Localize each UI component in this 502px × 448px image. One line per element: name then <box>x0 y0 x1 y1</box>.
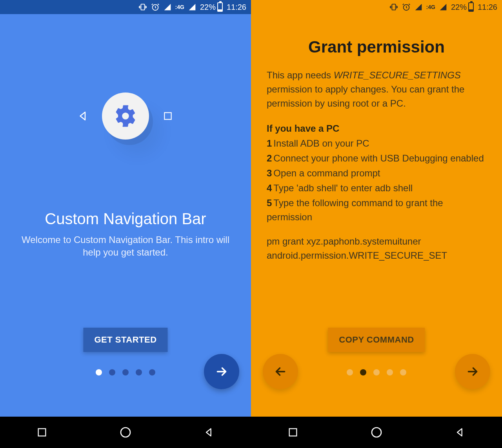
page-indicator <box>96 369 155 375</box>
svg-rect-7 <box>289 429 296 436</box>
svg-rect-2 <box>164 112 171 119</box>
page-indicator <box>347 369 406 375</box>
battery-percent: 22% <box>200 3 216 12</box>
step-1: 1Install ADB on your PC <box>267 136 486 151</box>
command-text: pm grant xyz.paphonb.systemuituner andro… <box>267 234 486 263</box>
alarm-icon <box>402 3 411 11</box>
back-button[interactable] <box>263 354 298 389</box>
onboarding-welcome-screen: : 4G 22% 11:26 Custom Navigation Bar Wel… <box>0 0 251 448</box>
arrow-right-icon <box>215 365 229 379</box>
step-2: 2Connect your phone with USB Debugging e… <box>267 151 486 165</box>
next-button[interactable] <box>455 354 490 389</box>
signal-icon-2 <box>439 3 447 11</box>
signal-icon <box>415 3 422 11</box>
arrow-left-icon <box>273 365 287 379</box>
page-dot-5 <box>400 369 406 375</box>
step-4: 4Type 'adb shell' to enter adb shell <box>267 181 486 195</box>
nav-recent-square-icon <box>161 109 175 123</box>
nav-recent-button[interactable] <box>34 424 50 440</box>
signal-icon <box>164 3 171 11</box>
network-4g-label: : 4G <box>426 4 435 10</box>
system-nav-bar <box>251 417 502 448</box>
step-3: 3Open a command prompt <box>267 166 486 180</box>
svg-rect-0 <box>141 4 144 10</box>
signal-icon-2 <box>188 3 196 11</box>
vibrate-icon <box>389 3 398 11</box>
alarm-icon <box>151 3 160 11</box>
svg-rect-3 <box>38 429 45 436</box>
permission-content: Grant permission This app needs WRITE_SE… <box>251 14 502 417</box>
svg-rect-5 <box>392 4 395 10</box>
nav-home-button[interactable] <box>118 424 133 440</box>
battery-indicator: 22% <box>200 2 223 12</box>
gear-icon <box>102 93 149 140</box>
clock: 11:26 <box>478 3 497 12</box>
svg-point-4 <box>121 428 130 437</box>
network-4g-label: : 4G <box>175 4 184 10</box>
page-dot-5 <box>149 369 155 375</box>
page-dot-2 <box>360 369 366 375</box>
copy-command-button[interactable]: COPY COMMAND <box>328 328 425 352</box>
svg-point-8 <box>372 428 381 437</box>
battery-icon <box>217 2 223 12</box>
page-subtitle: Welcome to Custom Navigation Bar. This i… <box>12 234 239 259</box>
clock: 11:26 <box>227 3 246 12</box>
nav-home-button[interactable] <box>369 424 384 440</box>
status-bar: : 4G 22% 11:26 <box>0 0 251 14</box>
step-5: 5Type the following command to grant the… <box>267 196 486 224</box>
onboarding-permission-screen: : 4G 22% 11:26 Grant permission This app… <box>251 0 502 448</box>
battery-percent: 22% <box>451 3 467 12</box>
nav-back-button[interactable] <box>201 424 217 440</box>
onboarding-content: Custom Navigation Bar Welcome to Custom … <box>0 14 251 417</box>
battery-indicator: 22% <box>451 2 474 12</box>
status-bar: : 4G 22% 11:26 <box>251 0 502 14</box>
nav-recent-button[interactable] <box>285 424 301 440</box>
pc-heading: If you have a PC <box>267 122 486 136</box>
page-dot-4 <box>136 369 142 375</box>
permission-body: This app needs WRITE_SECURE_SETTINGS per… <box>251 56 502 263</box>
page-dot-1 <box>347 369 353 375</box>
get-started-button[interactable]: GET STARTED <box>83 328 167 352</box>
page-title: Custom Navigation Bar <box>0 210 251 228</box>
page-title: Grant permission <box>251 38 502 56</box>
arrow-right-icon <box>466 365 480 379</box>
nav-back-button[interactable] <box>452 424 468 440</box>
system-nav-bar <box>0 417 251 448</box>
nav-back-triangle-icon <box>76 109 90 123</box>
intro-paragraph: This app needs WRITE_SECURE_SETTINGS per… <box>267 68 486 111</box>
page-dot-3 <box>122 369 129 375</box>
page-dot-4 <box>387 369 393 375</box>
vibrate-icon <box>138 3 147 11</box>
page-dot-1 <box>96 369 102 375</box>
page-dot-3 <box>373 369 380 375</box>
battery-icon <box>468 2 474 12</box>
next-button[interactable] <box>204 354 239 389</box>
page-dot-2 <box>109 369 115 375</box>
hero-navbar-illustration <box>0 93 251 140</box>
